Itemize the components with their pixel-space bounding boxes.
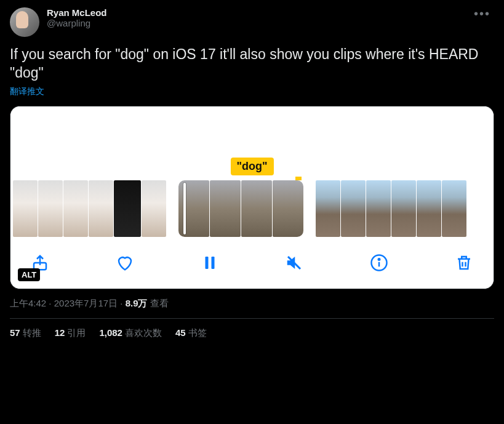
clip-thumb <box>38 180 63 237</box>
more-icon: ••• <box>474 7 490 20</box>
pause-icon <box>201 254 219 272</box>
heart-icon <box>116 254 134 272</box>
retweets-stat[interactable]: 57转推 <box>10 327 41 339</box>
delete-button[interactable] <box>452 250 476 275</box>
clip-thumb <box>341 180 366 237</box>
svg-rect-2 <box>211 257 214 269</box>
clip-thumb <box>210 180 241 237</box>
bookmarks-stat[interactable]: 45书签 <box>175 327 207 339</box>
quotes-stat[interactable]: 12引用 <box>55 327 86 339</box>
avatar[interactable] <box>10 7 39 37</box>
clip-thumb <box>417 180 441 237</box>
clip-thumb <box>442 180 466 237</box>
clip-group[interactable] <box>13 180 166 237</box>
timeline-marker <box>295 177 302 180</box>
pause-button[interactable] <box>198 250 222 275</box>
tweet-stats: 57转推 12引用 1,082喜欢次数 45书签 <box>10 319 494 339</box>
clip-thumb <box>13 180 38 237</box>
playhead[interactable] <box>183 183 186 234</box>
author-name-block[interactable]: Ryan McLeod @warpling <box>47 7 470 28</box>
clip-group[interactable] <box>316 180 466 237</box>
handle: @warpling <box>47 18 470 28</box>
clip-thumb <box>241 180 272 237</box>
tweet-text: If you search for "dog" on iOS 17 it'll … <box>10 46 494 82</box>
tweet-container: Ryan McLeod @warpling ••• If you search … <box>0 0 504 339</box>
clip-thumb <box>114 180 141 237</box>
media-card[interactable]: "dog" <box>10 106 494 289</box>
clip-thumb <box>366 180 391 237</box>
likes-stat[interactable]: 1,082喜欢次数 <box>99 327 162 339</box>
alt-badge[interactable]: ALT <box>18 268 40 281</box>
tweet-date[interactable]: 2023年7月17日 <box>54 298 118 308</box>
search-token-badge: "dog" <box>230 158 273 175</box>
like-button[interactable] <box>113 250 137 275</box>
clip-timeline <box>10 180 494 237</box>
svg-point-6 <box>378 258 380 260</box>
trash-icon <box>455 254 473 272</box>
info-icon <box>370 254 388 272</box>
translate-link[interactable]: 翻译推文 <box>10 86 494 97</box>
display-name: Ryan McLeod <box>47 7 470 18</box>
views-count: 8.9万 <box>126 298 148 308</box>
clip-thumb <box>316 180 340 237</box>
tweet-time[interactable]: 上午4:42 <box>10 298 46 308</box>
media-preview-top: "dog" <box>10 106 494 180</box>
views-label: 查看 <box>150 298 169 308</box>
info-button[interactable] <box>367 250 391 275</box>
clip-thumb <box>391 180 416 237</box>
tweet-header: Ryan McLeod @warpling ••• <box>10 7 494 37</box>
tweet-meta: 上午4:42 · 2023年7月17日 · 8.9万 查看 <box>10 298 494 310</box>
clip-group[interactable] <box>178 180 303 237</box>
more-options-button[interactable]: ••• <box>470 7 494 20</box>
clip-thumb <box>273 180 303 237</box>
clip-thumb <box>89 180 113 237</box>
clip-thumb <box>142 180 166 237</box>
speaker-muted-icon <box>285 254 303 272</box>
mute-button[interactable] <box>282 250 306 275</box>
media-toolbar <box>10 237 494 289</box>
clip-thumb <box>63 180 88 237</box>
svg-rect-1 <box>205 257 208 269</box>
